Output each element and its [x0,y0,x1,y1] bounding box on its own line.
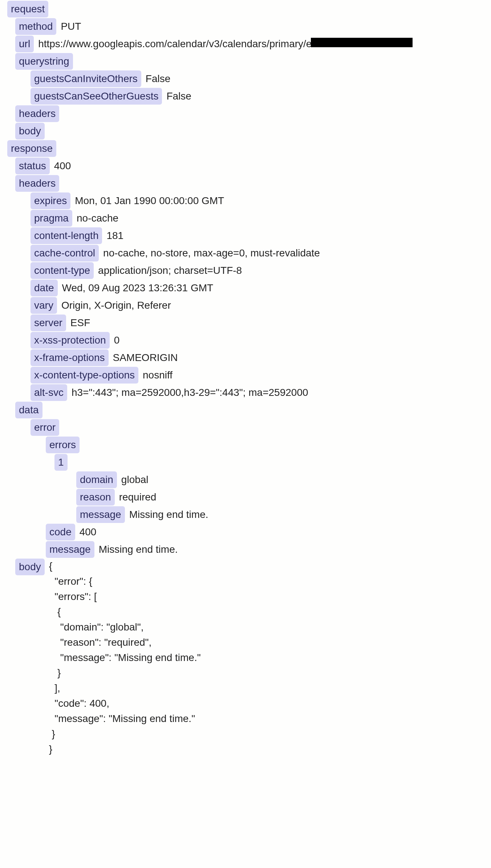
error-reason-value: required [119,490,157,505]
header-content-length-key: content-length [31,227,102,244]
errors-key: errors [46,437,80,453]
request-method-row[interactable]: method PUT [0,18,491,35]
error-top-message-value: Missing end time. [99,542,178,557]
header-server-key: server [31,315,66,331]
qs-guests-invite-key: guestsCanInviteOthers [31,70,141,87]
redacted-bar [311,38,413,47]
status-key: status [15,158,50,174]
request-headers-node[interactable]: headers [0,105,491,122]
tree-root: request method PUT url https://www.googl… [0,1,491,764]
header-date-value: Wed, 09 Aug 2023 13:26:31 GMT [62,280,214,296]
qs-guests-see-key: guestsCanSeeOtherGuests [31,88,162,105]
querystring-node[interactable]: querystring [0,53,491,70]
header-xcontent-row[interactable]: x-content-type-options nosniff [0,367,491,384]
error-reason-row[interactable]: reason required [0,489,491,506]
qs-guests-invite-row[interactable]: guestsCanInviteOthers False [0,70,491,87]
header-cache-control-value: no-cache, no-store, max-age=0, must-reva… [103,246,320,261]
header-content-type-value: application/json; charset=UTF-8 [98,263,242,278]
error-domain-row[interactable]: domain global [0,471,491,488]
data-key: data [15,402,42,418]
qs-guests-invite-value: False [146,71,170,86]
url-key: url [15,36,34,52]
url-value: https://www.googleapis.com/calendar/v3/c… [38,36,312,52]
header-content-length-row[interactable]: content-length 181 [0,227,491,244]
response-body-key: body [15,559,45,575]
header-xcontent-value: nosniff [143,368,173,383]
response-data-node[interactable]: data [0,402,491,418]
header-server-value: ESF [70,315,90,330]
error-top-message-row[interactable]: message Missing end time. [0,541,491,558]
header-vary-key: vary [31,297,57,314]
response-body-value: { "error": { "errors": [ { "domain": "gl… [49,559,201,757]
response-status-row[interactable]: status 400 [0,158,491,174]
request-url-row[interactable]: url https://www.googleapis.com/calendar/… [0,36,491,52]
response-headers-node[interactable]: headers [0,175,491,192]
header-xframe-value: SAMEORIGIN [113,350,178,365]
header-content-type-key: content-type [31,262,94,279]
header-expires-value: Mon, 01 Jan 1990 00:00:00 GMT [75,193,224,208]
response-key: response [7,140,56,157]
header-content-type-row[interactable]: content-type application/json; charset=U… [0,262,491,279]
errors-node[interactable]: errors [0,437,491,453]
header-altsvc-row[interactable]: alt-svc h3=":443"; ma=2592000,h3-29=":44… [0,384,491,401]
header-pragma-row[interactable]: pragma no-cache [0,210,491,227]
error-code-value: 400 [80,524,97,540]
qs-guests-see-value: False [166,89,191,104]
header-expires-row[interactable]: expires Mon, 01 Jan 1990 00:00:00 GMT [0,192,491,209]
error-code-key: code [46,524,75,540]
header-vary-value: Origin, X-Origin, Referer [61,298,171,313]
header-content-length-value: 181 [106,228,123,243]
error-message-value: Missing end time. [129,507,208,522]
request-headers-key: headers [15,105,59,122]
header-xframe-row[interactable]: x-frame-options SAMEORIGIN [0,349,491,366]
error-reason-key: reason [76,489,115,506]
request-body-node[interactable]: body [0,123,491,139]
header-xss-row[interactable]: x-xss-protection 0 [0,332,491,349]
error-message-row[interactable]: message Missing end time. [0,506,491,523]
request-key: request [7,1,48,17]
error-node[interactable]: error [0,419,491,436]
error-message-key: message [76,506,125,523]
header-xframe-key: x-frame-options [31,349,109,366]
header-xcontent-key: x-content-type-options [31,367,138,384]
request-node[interactable]: request [0,1,491,17]
response-headers-key: headers [15,175,59,192]
header-cache-control-row[interactable]: cache-control no-cache, no-store, max-ag… [0,245,491,261]
header-date-key: date [31,280,58,296]
method-value: PUT [61,19,81,34]
response-body-row[interactable]: body { "error": { "errors": [ { "domain"… [0,559,491,757]
header-pragma-key: pragma [31,210,72,227]
querystring-key: querystring [15,53,73,70]
error-domain-value: global [121,472,149,487]
header-altsvc-key: alt-svc [31,384,67,401]
header-xss-key: x-xss-protection [31,332,110,349]
header-cache-control-key: cache-control [31,245,99,261]
request-body-key: body [15,123,45,139]
header-xss-value: 0 [114,333,120,348]
response-node[interactable]: response [0,140,491,157]
status-value: 400 [54,158,71,174]
error-domain-key: domain [76,471,117,488]
header-date-row[interactable]: date Wed, 09 Aug 2023 13:26:31 GMT [0,280,491,296]
header-vary-row[interactable]: vary Origin, X-Origin, Referer [0,297,491,314]
qs-guests-see-row[interactable]: guestsCanSeeOtherGuests False [0,88,491,105]
error-top-message-key: message [46,541,94,558]
error-key: error [31,419,59,436]
header-server-row[interactable]: server ESF [0,315,491,331]
header-altsvc-value: h3=":443"; ma=2592000,h3-29=":443"; ma=2… [72,385,308,400]
error-code-row[interactable]: code 400 [0,524,491,540]
errors-item-1-node[interactable]: 1 [0,454,491,471]
header-pragma-value: no-cache [77,211,118,226]
method-key: method [15,18,56,35]
header-expires-key: expires [31,192,70,209]
errors-item-1-key: 1 [54,454,68,471]
